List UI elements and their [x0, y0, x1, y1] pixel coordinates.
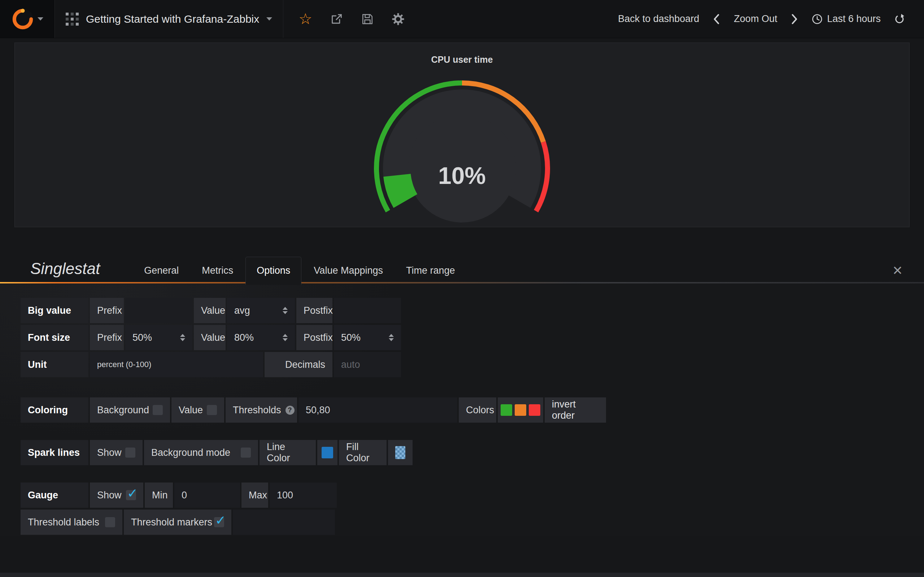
unit-row: Unit percent (0-100) Decimals — [21, 352, 924, 377]
font-size-value-label: Value — [194, 325, 226, 350]
big-value-label: Big value — [21, 298, 89, 323]
tab-metrics[interactable]: Metrics — [191, 257, 244, 284]
line-color-swatch-cell — [317, 440, 338, 465]
coloring-label: Coloring — [21, 397, 89, 423]
grafana-menu-button[interactable] — [0, 0, 55, 38]
fill-color-swatch[interactable] — [395, 446, 405, 459]
colors-label: Colors — [459, 397, 496, 423]
logo-caret-icon — [37, 17, 43, 21]
threshold-labels-option: Threshold labels — [21, 509, 122, 535]
singlestat-panel: CPU user time 10% — [15, 43, 909, 227]
zoom-out-button[interactable]: Zoom Out — [734, 13, 777, 24]
close-editor-icon[interactable] — [893, 262, 902, 284]
line-color-label: Line Color — [260, 440, 316, 465]
background-checkbox[interactable] — [153, 405, 163, 415]
editor-tabs: General Metrics Options Value Mappings T… — [133, 257, 465, 284]
big-value-value-label: Value — [194, 298, 226, 323]
coloring-background-option: Background — [90, 397, 170, 423]
editor-header: Singlestat General Metrics Options Value… — [0, 250, 924, 284]
gauge-show-checkbox[interactable] — [126, 490, 136, 500]
share-icon[interactable] — [330, 13, 343, 26]
font-size-postfix-label: Postfix — [296, 325, 333, 350]
tab-options[interactable]: Options — [246, 257, 301, 285]
spark-lines-label: Spark lines — [21, 440, 89, 465]
star-icon[interactable] — [299, 11, 312, 27]
invert-order-button[interactable]: invert order — [544, 397, 606, 423]
spark-show-option: Show — [90, 440, 142, 465]
time-range-label: Last 6 hours — [827, 13, 881, 24]
gauge-label: Gauge — [21, 482, 89, 508]
tab-value-mappings[interactable]: Value Mappings — [303, 257, 394, 284]
coloring-value-option: Value — [171, 397, 224, 423]
big-value-stat-select[interactable]: avg — [227, 298, 295, 323]
background-mode-option: Background mode — [144, 440, 258, 465]
fill-color-swatch-cell — [388, 440, 412, 465]
time-range-picker[interactable]: Last 6 hours — [812, 13, 881, 24]
clock-icon — [812, 14, 822, 24]
select-arrows-icon — [389, 334, 394, 341]
background-mode-checkbox[interactable] — [241, 448, 251, 458]
refresh-icon[interactable] — [894, 13, 905, 25]
svg-text:10%: 10% — [438, 162, 486, 189]
coloring-row: Coloring Background Value Thresholds Col… — [21, 397, 924, 423]
gauge-max-label: Max — [241, 482, 268, 508]
unit-label: Unit — [21, 352, 89, 377]
title-caret-icon — [267, 17, 272, 21]
settings-gear-icon[interactable] — [392, 13, 405, 26]
font-size-value-select[interactable]: 80% — [227, 325, 295, 350]
select-arrows-icon — [283, 307, 288, 314]
spark-lines-row: Spark lines Show Background mode Line Co… — [21, 440, 924, 465]
color-swatch-green[interactable] — [501, 404, 512, 416]
font-size-prefix-select[interactable]: 50% — [125, 325, 192, 350]
value-checkbox[interactable] — [207, 405, 217, 415]
big-value-postfix-input[interactable] — [334, 298, 401, 323]
line-color-swatch[interactable] — [321, 447, 333, 458]
back-to-dashboard-button[interactable]: Back to dashboard — [618, 13, 699, 24]
grafana-logo-icon — [11, 8, 34, 30]
unit-select[interactable]: percent (0-100) — [90, 352, 263, 377]
font-size-label: Font size — [21, 325, 89, 350]
threshold-markers-option: Threshold markers — [124, 509, 231, 535]
select-arrows-icon — [180, 334, 185, 341]
color-swatch-group — [498, 397, 543, 423]
editor-panel-type-title: Singlestat — [30, 259, 100, 284]
fill-color-label: Fill Color — [339, 440, 386, 465]
gauge-min-label: Min — [145, 482, 173, 508]
chevron-right-icon[interactable] — [790, 13, 799, 25]
panel-title[interactable]: CPU user time — [15, 55, 909, 65]
empty-cell — [233, 509, 335, 535]
color-swatch-orange[interactable] — [515, 404, 526, 416]
dashboard-grid-icon — [66, 13, 79, 26]
tab-time-range[interactable]: Time range — [395, 257, 466, 284]
font-size-prefix-label: Prefix — [90, 325, 124, 350]
thresholds-label: Thresholds — [226, 397, 297, 423]
select-arrows-icon — [283, 334, 288, 341]
gauge-max-input[interactable] — [270, 482, 337, 508]
thresholds-input[interactable] — [299, 397, 457, 423]
gauge-min-input[interactable] — [174, 482, 240, 508]
thresholds-help-icon[interactable] — [286, 406, 294, 415]
threshold-labels-checkbox[interactable] — [105, 517, 115, 527]
save-icon[interactable] — [361, 13, 373, 25]
font-size-postfix-select[interactable]: 50% — [334, 325, 401, 350]
threshold-options-row: Threshold labels Threshold markers — [21, 509, 924, 535]
big-value-prefix-input[interactable] — [125, 298, 192, 323]
dashboard-title-dropdown[interactable]: Getting Started with Grafana-Zabbix — [55, 0, 283, 38]
color-swatch-red[interactable] — [529, 404, 540, 416]
page-bottom-strip — [0, 573, 924, 577]
font-size-row: Font size Prefix 50% Value 80% Postfix 5… — [21, 325, 924, 350]
threshold-markers-checkbox[interactable] — [214, 517, 224, 527]
gauge-show-option: Show — [90, 482, 143, 508]
decimals-input[interactable] — [334, 352, 401, 377]
spark-show-checkbox[interactable] — [125, 448, 135, 458]
big-value-row: Big value Prefix Value avg Postfix — [21, 298, 924, 323]
decimals-label: Decimals — [265, 352, 333, 377]
gauge-row: Gauge Show Min Max — [21, 482, 924, 508]
chevron-left-icon[interactable] — [712, 13, 721, 25]
tab-general[interactable]: General — [133, 257, 189, 284]
big-value-prefix-label: Prefix — [90, 298, 124, 323]
big-value-postfix-label: Postfix — [296, 298, 333, 323]
dashboard-row: CPU user time 10% — [0, 38, 924, 227]
top-navbar: Getting Started with Grafana-Zabbix — [0, 0, 924, 38]
gauge-chart: 10% — [368, 81, 556, 232]
